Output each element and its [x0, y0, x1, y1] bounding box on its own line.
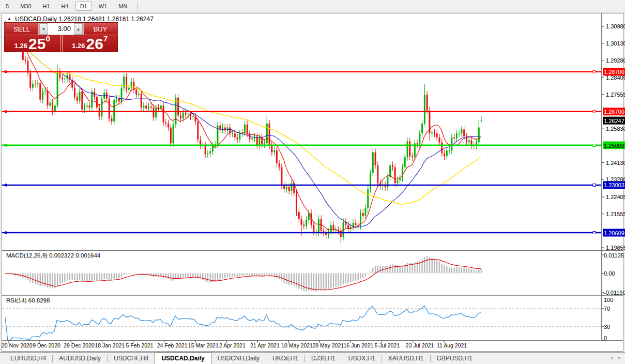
candle-body: [232, 133, 233, 134]
date-label[interactable]: 11 Aug 2021: [437, 342, 467, 348]
rsi-label: RSI(14) 60.8298: [6, 297, 50, 304]
candle-body: [116, 99, 117, 100]
tab-usdx-h1[interactable]: USDX,H1: [342, 353, 382, 364]
candle-body: [441, 142, 443, 153]
candle-body: [313, 225, 314, 232]
tab-usdcad-daily[interactable]: USDCAD,Daily: [155, 352, 211, 364]
candle-body: [121, 88, 123, 102]
sell-button[interactable]: SELL: [5, 23, 39, 35]
candle-body: [91, 92, 93, 108]
macd-tick-label: 0.00: [604, 270, 615, 277]
sell-price[interactable]: 1.26 25 0: [5, 35, 60, 52]
candle-body: [111, 118, 112, 122]
candle-body: [431, 132, 433, 133]
candle-body: [318, 219, 319, 233]
candle-body: [283, 185, 285, 189]
chart-canvas[interactable]: 1.309801.301301.292801.284051.275551.258…: [0, 0, 625, 364]
candle-body: [419, 133, 420, 144]
date-label[interactable]: 29 Dec 2020: [64, 342, 95, 348]
candle-body: [298, 212, 300, 219]
date-label[interactable]: 21 Apr 2021: [250, 342, 280, 348]
candle-body: [286, 187, 287, 189]
date-label[interactable]: 15 Mar 2021: [188, 342, 219, 348]
date-label[interactable]: 18 Jan 2021: [95, 342, 125, 348]
price-tick-label: 1.27555: [606, 92, 625, 98]
hline-left-marker: [5, 184, 7, 186]
tab-ukoil-h1[interactable]: UKOil,H1: [266, 353, 304, 364]
volume-field[interactable]: 3.00: [48, 23, 74, 35]
tabs-scroll-right-icon[interactable]: ►: [617, 355, 622, 360]
buy-price-pips: 26: [86, 37, 103, 51]
candle-body: [207, 154, 208, 155]
volume-down-icon[interactable]: ▼: [39, 23, 48, 35]
hline-right-marker: [593, 144, 596, 147]
candle-body: [456, 133, 458, 139]
hline-left-marker: [5, 110, 7, 113]
candle-body: [394, 167, 396, 183]
buy-button[interactable]: BUY: [83, 23, 117, 35]
candle-body: [133, 82, 134, 89]
tabs-scroll-left-icon[interactable]: ◄: [609, 355, 614, 360]
main-chart-panel: [2, 21, 601, 244]
rsi-line: [5, 306, 481, 340]
candle-body: [417, 143, 418, 144]
candle-body: [131, 82, 132, 88]
candle-body: [436, 133, 438, 138]
candle-body: [291, 183, 292, 191]
candle-body: [407, 141, 408, 157]
candle-body: [421, 124, 423, 133]
price-badge-label: 1.23003: [604, 182, 624, 188]
candle-body: [264, 143, 265, 144]
candle-body: [372, 153, 374, 173]
date-label[interactable]: 23 Jul 2021: [406, 342, 434, 348]
date-label[interactable]: 24 Feb 2021: [157, 342, 188, 348]
tab-dj30-h1[interactable]: DJ30,H1: [305, 353, 342, 364]
tab-usdchf-h4[interactable]: USDCHF,H4: [108, 353, 155, 364]
date-label[interactable]: 28 May 2021: [312, 342, 344, 348]
candle-body: [399, 178, 401, 180]
candle-body: [57, 72, 58, 105]
candle-body: [478, 128, 480, 143]
candle-body: [247, 125, 248, 133]
mt4-window: 5M30H1H4D1W1MN 1.309801.301301.292801.28…: [0, 0, 625, 364]
candle-body: [409, 141, 410, 156]
volume-up-icon[interactable]: ▲: [74, 23, 83, 35]
candle-body: [481, 120, 482, 121]
tab-usdcnh-daily[interactable]: USDCNH,Daily: [211, 353, 266, 364]
chart-title: ▲ USDCAD,Daily 1.26218 1.26481 1.26161 1…: [7, 16, 154, 23]
candle-body: [424, 95, 425, 124]
candle-body: [29, 73, 31, 88]
date-label[interactable]: 5 Feb 2021: [126, 342, 154, 348]
date-label[interactable]: 5 Jul 2021: [375, 342, 400, 348]
candle-body: [148, 107, 149, 109]
candle-body: [150, 107, 152, 108]
candle-body: [279, 163, 280, 168]
candle-body: [426, 95, 428, 111]
candle-body: [364, 208, 366, 216]
candle-body: [303, 225, 304, 226]
tab-gbpusd-h1[interactable]: GBPUSD,H1: [431, 353, 479, 364]
date-label[interactable]: 16 Jun 2021: [344, 342, 374, 348]
candle-body: [141, 94, 142, 108]
candle-body: [239, 133, 240, 140]
rsi-tick-label: 0: [604, 335, 607, 341]
candle-body: [370, 173, 371, 189]
candle-body: [355, 223, 356, 225]
candle-body: [173, 125, 174, 144]
candle-body: [118, 99, 120, 102]
candle-body: [153, 108, 155, 117]
date-label[interactable]: 2 Apr 2021: [219, 342, 246, 348]
candle-body: [89, 105, 90, 108]
tab-audusd-daily[interactable]: AUDUSD,Daily: [53, 353, 107, 364]
buy-price[interactable]: 1.26 26 7: [62, 35, 118, 52]
candle-body: [444, 154, 445, 157]
collapse-triangle-icon[interactable]: ▲: [7, 17, 11, 21]
candle-body: [62, 78, 63, 79]
tab-xauusd-h1[interactable]: XAUUSD,H1: [382, 353, 430, 364]
tab-eurusd-h4[interactable]: EURUSD,H4: [4, 353, 52, 364]
date-label[interactable]: 9 Dec 2020: [33, 342, 60, 348]
candle-body: [138, 94, 140, 95]
date-label[interactable]: 20 Nov 2020: [2, 342, 33, 348]
candle-body: [79, 92, 81, 100]
date-label[interactable]: 10 May 2021: [281, 342, 313, 348]
